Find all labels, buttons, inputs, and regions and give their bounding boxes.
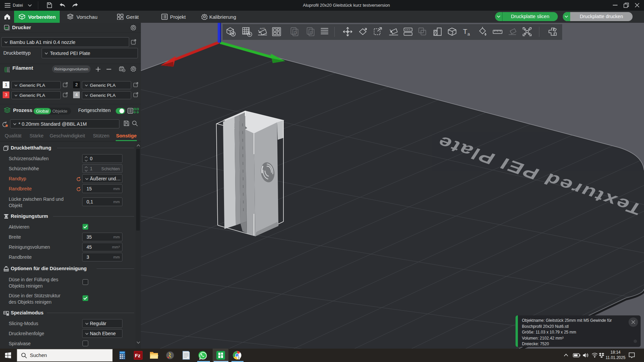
svg-text:D: D xyxy=(294,31,297,35)
svg-text:P: P xyxy=(310,31,313,35)
svg-text:AUTO: AUTO xyxy=(260,27,265,29)
svg-text:T: T xyxy=(463,27,467,35)
svg-text:Fz: Fz xyxy=(135,353,141,358)
svg-text:a: a xyxy=(468,32,470,37)
